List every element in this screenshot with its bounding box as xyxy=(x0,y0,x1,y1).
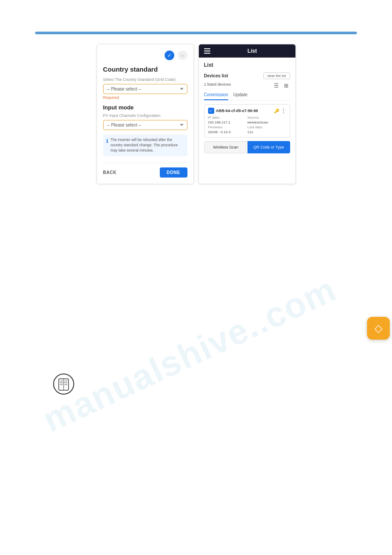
panel-icons: ✓ ○ xyxy=(103,51,187,60)
device-details: IP addr.: Source: 192.168.117.1 wireless… xyxy=(208,116,286,134)
ip-label: IP addr.: xyxy=(208,116,247,120)
listed-devices-count: 1 listed devices xyxy=(204,82,231,87)
firmware-label: Firmware xyxy=(208,125,247,129)
device-name: ABB-64-cf-d9-e7-96-98 xyxy=(216,109,272,113)
country-standard-title: Country standard xyxy=(103,65,187,73)
firmware-value: 18108 - 0.10.3 xyxy=(208,130,247,134)
hamburger-icon[interactable] xyxy=(204,48,210,54)
list-panel: List List Devices list clear the list 1 … xyxy=(198,44,296,184)
country-standard-panel: ✓ ○ Country standard Select The Country … xyxy=(97,44,194,184)
tab-update[interactable]: Update xyxy=(234,92,248,100)
top-progress-bar xyxy=(35,32,357,34)
list-header-title: List xyxy=(215,48,290,54)
list-view-icon[interactable]: ☰ xyxy=(273,82,281,90)
book-icon-container[interactable] xyxy=(53,373,75,397)
devices-label: Devices list xyxy=(204,73,228,78)
book-icon xyxy=(53,373,75,395)
device-card: ✓ ABB-64-cf-d9-e7-96-98 🔑 ⋮ IP addr.: So… xyxy=(204,104,290,138)
ip-value: 192.168.117.1 xyxy=(208,120,247,124)
device-action-icons: 🔑 ⋮ xyxy=(274,108,286,114)
last-data-value: 11s xyxy=(248,130,286,134)
main-content: ✓ ○ Country standard Select The Country … xyxy=(0,44,392,184)
info-box: ℹ The inverter will be rebooted after th… xyxy=(103,134,187,156)
device-checkbox[interactable]: ✓ xyxy=(208,108,214,114)
done-button[interactable]: DONE xyxy=(160,167,187,178)
floating-action-button[interactable]: ◇ xyxy=(367,317,390,340)
wireless-scan-button[interactable]: Wireless Scan xyxy=(204,141,248,153)
source-value: wirelessScan xyxy=(248,120,286,124)
key-icon[interactable]: 🔑 xyxy=(274,109,279,113)
input-mode-title: Input mode xyxy=(103,104,187,111)
country-standard-label: Select The Country Standard (Grid Code) xyxy=(103,77,187,82)
input-mode-select[interactable]: -- Please select -- xyxy=(103,120,187,130)
view-icons: ☰ ⊞ xyxy=(273,82,290,90)
required-text: Required xyxy=(103,95,187,100)
info-icon: ℹ xyxy=(106,138,108,144)
info-message: The inverter will be rebooted after the … xyxy=(111,138,184,153)
qr-code-button[interactable]: QR Code or Type xyxy=(248,141,290,153)
circle-icon: ○ xyxy=(178,51,187,60)
clear-list-button[interactable]: clear the list xyxy=(263,73,290,79)
panel-footer: BACK DONE xyxy=(103,163,187,178)
list-panel-body: List Devices list clear the list 1 liste… xyxy=(199,58,295,158)
diamond-icon: ◇ xyxy=(374,322,382,334)
last-data-label: Last data: xyxy=(248,125,286,129)
source-label: Source: xyxy=(248,116,286,120)
check-icon: ✓ xyxy=(165,51,174,60)
list-title: List xyxy=(204,62,290,68)
input-mode-label: PV Input Channels Configuration xyxy=(103,113,187,118)
devices-row: Devices list clear the list xyxy=(204,73,290,79)
back-button[interactable]: BACK xyxy=(103,170,117,175)
tabs-row: Commission Update xyxy=(204,92,290,101)
bottom-buttons: Wireless Scan QR Code or Type xyxy=(204,141,290,153)
watermark: manualshive..com xyxy=(0,154,392,555)
device-card-header: ✓ ABB-64-cf-d9-e7-96-98 🔑 ⋮ xyxy=(208,108,286,114)
country-standard-select[interactable]: -- Please select -- xyxy=(103,84,187,94)
tab-commission[interactable]: Commission xyxy=(204,92,228,100)
list-panel-header: List xyxy=(199,44,295,58)
more-options-icon[interactable]: ⋮ xyxy=(281,108,286,114)
grid-view-icon[interactable]: ⊞ xyxy=(282,82,290,90)
